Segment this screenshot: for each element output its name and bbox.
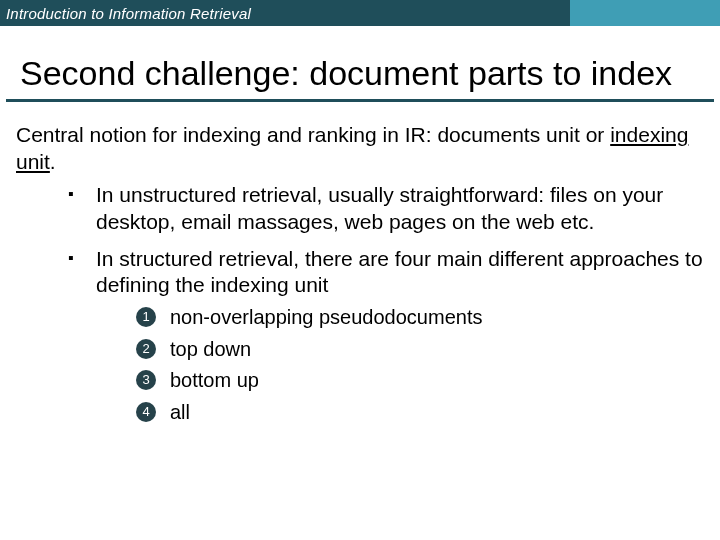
intro-suffix: . [50,150,56,173]
slide: Introduction to Information Retrieval Se… [0,0,720,540]
title-rule [6,99,714,102]
slide-body: Central notion for indexing and ranking … [0,122,720,426]
number-badge-icon: 1 [136,307,156,327]
number-badge-icon: 4 [136,402,156,422]
bullet-item: In structured retrieval, there are four … [68,246,704,426]
numbered-item: 1 non-overlapping pseudodocuments [136,305,704,331]
header-bar: Introduction to Information Retrieval [0,0,720,26]
header-accent [570,0,720,26]
numbered-item: 4 all [136,400,704,426]
numbered-list: 1 non-overlapping pseudodocuments 2 top … [136,305,704,425]
numbered-item: 3 bottom up [136,368,704,394]
intro-paragraph: Central notion for indexing and ranking … [16,122,704,176]
numbered-item: 2 top down [136,337,704,363]
slide-title: Second challenge: document parts to inde… [20,54,700,93]
numbered-text: non-overlapping pseudodocuments [170,306,482,328]
intro-prefix: Central notion for indexing and ranking … [16,123,610,146]
bullet-item: In unstructured retrieval, usually strai… [68,182,704,236]
bullet-text: In unstructured retrieval, usually strai… [96,183,663,233]
number-badge-icon: 3 [136,370,156,390]
bullet-list: In unstructured retrieval, usually strai… [68,182,704,426]
numbered-text: all [170,401,190,423]
course-title: Introduction to Information Retrieval [0,0,570,26]
number-badge-icon: 2 [136,339,156,359]
numbered-text: bottom up [170,369,259,391]
numbered-text: top down [170,338,251,360]
bullet-text: In structured retrieval, there are four … [96,247,703,297]
